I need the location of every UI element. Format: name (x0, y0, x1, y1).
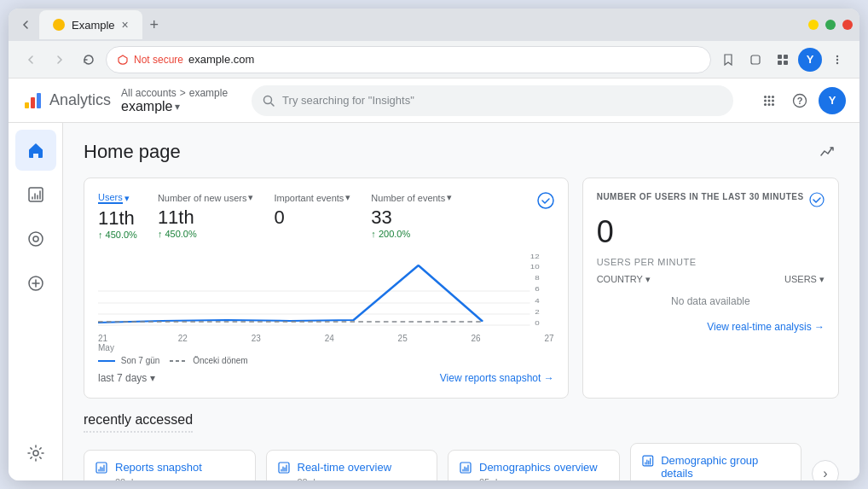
svg-point-24 (29, 232, 43, 246)
svg-point-15 (764, 99, 767, 102)
svg-point-17 (772, 99, 774, 102)
apps-btn[interactable] (757, 89, 781, 113)
metric-new-users-label: Number of new users ▾ (158, 192, 254, 203)
menu-btn[interactable] (825, 48, 849, 72)
svg-point-28 (538, 193, 553, 208)
account-name[interactable]: example ▾ (121, 99, 228, 114)
card-header-3: Demographic group details 25 days ago (641, 454, 791, 480)
period-selector[interactable]: last 7 days ▾ (98, 372, 155, 384)
svg-text:4: 4 (535, 297, 540, 304)
recently-accessed-cards: Reports snapshot 22 days ago Real-time o… (84, 443, 839, 480)
metric-users: Users ▾ 11th ↑ 450.0% (98, 192, 137, 240)
search-placeholder: Try searching for "Insights" (282, 94, 414, 107)
report-card-title-0: Reports snapshot (115, 461, 202, 474)
metric-users-change: ↑ 450.0% (98, 230, 137, 240)
metric-users-label: Users ▾ (98, 192, 137, 204)
stats-footer: last 7 days ▾ View reports snapshot → (98, 372, 554, 384)
users-col[interactable]: USERS ▾ (784, 274, 825, 285)
realtime-header: NUMBER OF USERS IN THE LAST 30 MINUTES (597, 192, 825, 207)
trend-icon-btn[interactable] (815, 140, 839, 164)
search-bar[interactable]: Try searching for "Insights" (252, 85, 733, 116)
breadcrumb-sep: > (180, 87, 186, 99)
svg-point-11 (264, 96, 272, 103)
metric-new-users-value: 11th (158, 207, 254, 229)
profile-switch-btn[interactable] (771, 48, 795, 72)
carousel-next-btn[interactable]: › (812, 460, 839, 480)
active-tab[interactable]: Example × (39, 10, 142, 39)
view-reports-btn[interactable]: View reports snapshot → (440, 372, 554, 384)
card-header-1: Real-time overview 22 days ago (277, 461, 427, 481)
sidebar (9, 123, 63, 480)
breadcrumb: All accounts > example (121, 87, 228, 99)
help-btn[interactable]: ? (788, 89, 812, 113)
reload-button[interactable] (77, 48, 101, 72)
svg-text:2: 2 (535, 308, 540, 315)
sidebar-item-home[interactable] (15, 130, 56, 171)
country-col[interactable]: COUNTRY ▾ (597, 274, 651, 285)
address-bar[interactable]: Not secure example.com (106, 46, 711, 73)
extension-btn[interactable] (744, 48, 767, 72)
report-card-date-1: 22 days ago (298, 477, 392, 481)
report-card-2[interactable]: Demographics overview 25 days ago (448, 450, 620, 481)
sidebar-item-advertising[interactable] (15, 263, 56, 304)
bookmark-btn[interactable] (716, 48, 740, 72)
header-right: ? Y (757, 87, 846, 114)
report-card-date-2: 25 days ago (479, 477, 598, 481)
report-icon-0 (95, 461, 108, 474)
tab-back-btn[interactable] (15, 15, 36, 35)
sidebar-item-settings[interactable] (15, 433, 56, 474)
metric-check (537, 192, 554, 240)
page-title: Home page (84, 141, 181, 163)
svg-rect-2 (784, 55, 788, 59)
tab-group: Example × + (39, 10, 165, 39)
close-btn[interactable] (842, 20, 853, 30)
chart-container: 12 10 8 6 4 2 0 (98, 250, 554, 327)
sidebar-item-explore[interactable] (15, 218, 56, 259)
forward-button[interactable] (48, 48, 72, 72)
svg-rect-0 (751, 55, 760, 64)
maximize-btn[interactable] (825, 20, 836, 30)
search-icon (262, 94, 275, 108)
minimize-btn[interactable] (808, 20, 819, 30)
country-table: COUNTRY ▾ USERS ▾ No data available (597, 274, 825, 314)
sidebar-item-reports[interactable] (15, 174, 56, 215)
svg-rect-42 (279, 463, 289, 473)
svg-point-6 (836, 58, 838, 60)
user-profile-btn[interactable]: Y (798, 48, 822, 72)
page-title-row: Home page (84, 140, 839, 164)
svg-rect-4 (784, 61, 788, 65)
realtime-users-value: 0 (597, 214, 825, 250)
new-tab-btn[interactable]: + (144, 15, 165, 35)
card-header-2: Demographics overview 25 days ago (459, 461, 609, 481)
breadcrumb-area: All accounts > example example ▾ (121, 87, 228, 114)
svg-point-40 (810, 193, 824, 207)
main-content: Home page Users ▾ (63, 123, 859, 480)
report-card-title-3: Demographic group details (661, 454, 790, 480)
advertising-icon (26, 274, 45, 293)
settings-icon (26, 444, 45, 463)
chart-legend: Son 7 gün Önceki dönem (98, 356, 554, 365)
report-card-0[interactable]: Reports snapshot 22 days ago (84, 450, 256, 481)
user-avatar-btn[interactable]: Y (819, 87, 846, 114)
svg-text:12: 12 (530, 253, 540, 259)
report-card-title-2: Demographics overview (479, 461, 598, 474)
report-icon-2 (459, 461, 472, 474)
report-card-1[interactable]: Real-time overview 22 days ago (266, 450, 438, 481)
report-card-3[interactable]: Demographic group details 25 days ago (630, 443, 802, 480)
realtime-card: NUMBER OF USERS IN THE LAST 30 MINUTES 0… (582, 178, 839, 399)
svg-text:10: 10 (530, 263, 540, 270)
svg-rect-10 (37, 93, 41, 108)
view-realtime-btn[interactable]: View real-time analysis → (707, 321, 825, 333)
tab-close-btn[interactable]: × (122, 19, 129, 31)
app-header: Analytics All accounts > example example… (9, 79, 859, 123)
tab-favicon (53, 19, 65, 31)
svg-point-25 (33, 236, 38, 242)
stats-metrics: Users ▾ 11th ↑ 450.0% Number of new user… (98, 192, 554, 240)
recently-accessed-section: recently accessed Reports snapshot 22 da… (84, 412, 839, 480)
back-button[interactable] (19, 48, 43, 72)
browser-window: Example × + Not secure example.com (9, 9, 859, 480)
realtime-check-icon (809, 192, 825, 207)
report-card-title-1: Real-time overview (298, 461, 392, 474)
app-title: Analytics (49, 91, 111, 109)
svg-text:6: 6 (535, 285, 540, 292)
